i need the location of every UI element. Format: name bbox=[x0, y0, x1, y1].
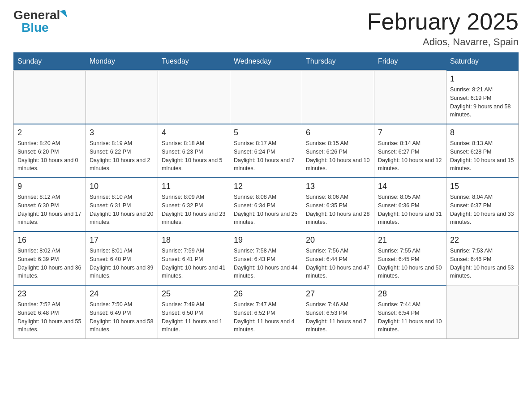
day-number: 4 bbox=[162, 128, 226, 137]
calendar-cell bbox=[230, 70, 302, 124]
day-number: 17 bbox=[90, 235, 154, 245]
day-info: Sunrise: 8:17 AMSunset: 6:24 PMDaylight:… bbox=[234, 139, 298, 173]
day-info: Sunrise: 7:49 AMSunset: 6:50 PMDaylight:… bbox=[162, 300, 226, 334]
calendar-cell bbox=[86, 70, 158, 124]
calendar-cell: 5Sunrise: 8:17 AMSunset: 6:24 PMDaylight… bbox=[230, 124, 302, 178]
calendar-cell bbox=[158, 70, 230, 124]
page-header: General Blue February 2025 Adios, Navarr… bbox=[13, 9, 519, 48]
day-number: 20 bbox=[306, 235, 370, 245]
day-info: Sunrise: 7:59 AMSunset: 6:41 PMDaylight:… bbox=[162, 247, 226, 280]
day-info: Sunrise: 8:12 AMSunset: 6:30 PMDaylight:… bbox=[17, 193, 82, 227]
day-info: Sunrise: 8:05 AMSunset: 6:36 PMDaylight:… bbox=[378, 193, 442, 227]
week-row-5: 23Sunrise: 7:52 AMSunset: 6:48 PMDayligh… bbox=[14, 285, 519, 339]
day-number: 21 bbox=[378, 235, 442, 245]
calendar-cell: 22Sunrise: 7:53 AMSunset: 6:46 PMDayligh… bbox=[446, 231, 519, 285]
day-number: 15 bbox=[450, 182, 515, 191]
day-number: 11 bbox=[162, 182, 226, 191]
calendar-cell: 11Sunrise: 8:09 AMSunset: 6:32 PMDayligh… bbox=[158, 178, 230, 231]
calendar-table: SundayMondayTuesdayWednesdayThursdayFrid… bbox=[13, 52, 519, 339]
calendar-cell: 26Sunrise: 7:47 AMSunset: 6:52 PMDayligh… bbox=[230, 285, 302, 339]
day-number: 18 bbox=[162, 235, 226, 245]
calendar-cell: 14Sunrise: 8:05 AMSunset: 6:36 PMDayligh… bbox=[374, 178, 446, 231]
calendar-cell: 24Sunrise: 7:50 AMSunset: 6:49 PMDayligh… bbox=[86, 285, 158, 339]
calendar-cell: 16Sunrise: 8:02 AMSunset: 6:39 PMDayligh… bbox=[14, 231, 86, 285]
calendar-cell: 27Sunrise: 7:46 AMSunset: 6:53 PMDayligh… bbox=[302, 285, 374, 339]
day-number: 10 bbox=[90, 182, 154, 191]
logo-general-text: General bbox=[13, 9, 60, 21]
week-row-2: 2Sunrise: 8:20 AMSunset: 6:20 PMDaylight… bbox=[14, 124, 519, 178]
title-block: February 2025 Adios, Navarre, Spain bbox=[367, 9, 519, 48]
day-info: Sunrise: 7:46 AMSunset: 6:53 PMDaylight:… bbox=[306, 300, 370, 334]
calendar-cell: 23Sunrise: 7:52 AMSunset: 6:48 PMDayligh… bbox=[14, 285, 86, 339]
day-info: Sunrise: 7:58 AMSunset: 6:43 PMDaylight:… bbox=[234, 247, 298, 280]
weekday-header-monday: Monday bbox=[86, 53, 158, 71]
day-number: 8 bbox=[450, 128, 515, 137]
week-row-3: 9Sunrise: 8:12 AMSunset: 6:30 PMDaylight… bbox=[14, 178, 519, 231]
day-number: 3 bbox=[90, 128, 154, 137]
day-info: Sunrise: 8:09 AMSunset: 6:32 PMDaylight:… bbox=[162, 193, 226, 227]
day-info: Sunrise: 8:02 AMSunset: 6:39 PMDaylight:… bbox=[17, 247, 82, 280]
calendar-cell: 18Sunrise: 7:59 AMSunset: 6:41 PMDayligh… bbox=[158, 231, 230, 285]
calendar-cell: 20Sunrise: 7:56 AMSunset: 6:44 PMDayligh… bbox=[302, 231, 374, 285]
calendar-cell: 15Sunrise: 8:04 AMSunset: 6:37 PMDayligh… bbox=[446, 178, 519, 231]
calendar-cell: 21Sunrise: 7:55 AMSunset: 6:45 PMDayligh… bbox=[374, 231, 446, 285]
weekday-header-thursday: Thursday bbox=[302, 53, 374, 71]
day-info: Sunrise: 8:19 AMSunset: 6:22 PMDaylight:… bbox=[90, 139, 154, 173]
weekday-header-tuesday: Tuesday bbox=[158, 53, 230, 71]
day-number: 14 bbox=[378, 182, 442, 191]
calendar-cell: 12Sunrise: 8:08 AMSunset: 6:34 PMDayligh… bbox=[230, 178, 302, 231]
day-number: 7 bbox=[378, 128, 442, 137]
day-info: Sunrise: 7:50 AMSunset: 6:49 PMDaylight:… bbox=[90, 300, 154, 334]
day-number: 6 bbox=[306, 128, 370, 137]
month-year-title: February 2025 bbox=[367, 9, 519, 34]
calendar-cell: 25Sunrise: 7:49 AMSunset: 6:50 PMDayligh… bbox=[158, 285, 230, 339]
logo: General Blue bbox=[13, 9, 66, 34]
day-info: Sunrise: 8:06 AMSunset: 6:35 PMDaylight:… bbox=[306, 193, 370, 227]
calendar-cell bbox=[446, 285, 519, 339]
day-info: Sunrise: 8:01 AMSunset: 6:40 PMDaylight:… bbox=[90, 247, 154, 280]
day-info: Sunrise: 8:14 AMSunset: 6:27 PMDaylight:… bbox=[378, 139, 442, 173]
calendar-cell: 6Sunrise: 8:15 AMSunset: 6:26 PMDaylight… bbox=[302, 124, 374, 178]
day-number: 9 bbox=[17, 182, 82, 191]
calendar-cell: 10Sunrise: 8:10 AMSunset: 6:31 PMDayligh… bbox=[86, 178, 158, 231]
day-info: Sunrise: 8:10 AMSunset: 6:31 PMDaylight:… bbox=[90, 193, 154, 227]
day-info: Sunrise: 8:08 AMSunset: 6:34 PMDaylight:… bbox=[234, 193, 298, 227]
day-info: Sunrise: 7:55 AMSunset: 6:45 PMDaylight:… bbox=[378, 247, 442, 280]
day-number: 23 bbox=[17, 289, 82, 299]
day-info: Sunrise: 7:44 AMSunset: 6:54 PMDaylight:… bbox=[378, 300, 442, 334]
location-subtitle: Adios, Navarre, Spain bbox=[367, 36, 519, 48]
weekday-header-sunday: Sunday bbox=[14, 53, 86, 71]
calendar-cell bbox=[14, 70, 86, 124]
calendar-cell: 13Sunrise: 8:06 AMSunset: 6:35 PMDayligh… bbox=[302, 178, 374, 231]
day-number: 28 bbox=[378, 289, 442, 299]
day-number: 22 bbox=[450, 235, 515, 245]
weekday-header-row: SundayMondayTuesdayWednesdayThursdayFrid… bbox=[14, 53, 519, 71]
week-row-1: 1Sunrise: 8:21 AMSunset: 6:19 PMDaylight… bbox=[14, 70, 519, 124]
day-number: 27 bbox=[306, 289, 370, 299]
weekday-header-friday: Friday bbox=[374, 53, 446, 71]
day-info: Sunrise: 7:56 AMSunset: 6:44 PMDaylight:… bbox=[306, 247, 370, 280]
day-number: 16 bbox=[17, 235, 82, 245]
calendar-cell: 17Sunrise: 8:01 AMSunset: 6:40 PMDayligh… bbox=[86, 231, 158, 285]
calendar-cell: 19Sunrise: 7:58 AMSunset: 6:43 PMDayligh… bbox=[230, 231, 302, 285]
calendar-cell: 8Sunrise: 8:13 AMSunset: 6:28 PMDaylight… bbox=[446, 124, 519, 178]
day-number: 5 bbox=[234, 128, 298, 137]
calendar-cell: 9Sunrise: 8:12 AMSunset: 6:30 PMDaylight… bbox=[14, 178, 86, 231]
calendar-cell bbox=[374, 70, 446, 124]
calendar-body: 1Sunrise: 8:21 AMSunset: 6:19 PMDaylight… bbox=[14, 70, 519, 339]
day-number: 26 bbox=[234, 289, 298, 299]
day-number: 19 bbox=[234, 235, 298, 245]
day-info: Sunrise: 8:20 AMSunset: 6:20 PMDaylight:… bbox=[17, 139, 82, 173]
calendar-cell bbox=[302, 70, 374, 124]
day-info: Sunrise: 8:18 AMSunset: 6:23 PMDaylight:… bbox=[162, 139, 226, 173]
day-info: Sunrise: 7:52 AMSunset: 6:48 PMDaylight:… bbox=[17, 300, 82, 334]
logo-arrow-icon bbox=[60, 10, 67, 19]
day-number: 12 bbox=[234, 182, 298, 191]
calendar-header: SundayMondayTuesdayWednesdayThursdayFrid… bbox=[14, 53, 519, 71]
calendar-cell: 1Sunrise: 8:21 AMSunset: 6:19 PMDaylight… bbox=[446, 70, 519, 124]
calendar-cell: 3Sunrise: 8:19 AMSunset: 6:22 PMDaylight… bbox=[86, 124, 158, 178]
calendar-cell: 7Sunrise: 8:14 AMSunset: 6:27 PMDaylight… bbox=[374, 124, 446, 178]
day-info: Sunrise: 7:47 AMSunset: 6:52 PMDaylight:… bbox=[234, 300, 298, 334]
day-number: 1 bbox=[450, 74, 515, 84]
weekday-header-wednesday: Wednesday bbox=[230, 53, 302, 71]
